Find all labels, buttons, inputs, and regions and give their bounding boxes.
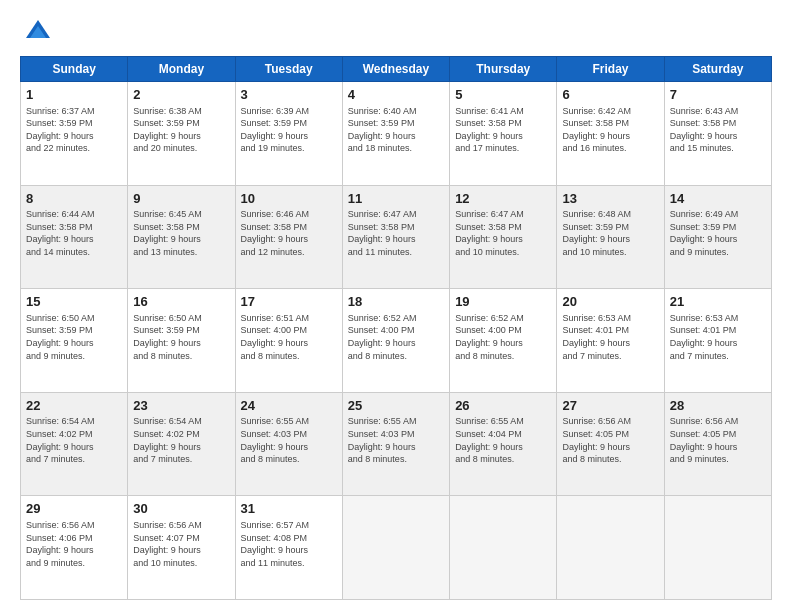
day-cell-25: 25Sunrise: 6:55 AM Sunset: 4:03 PM Dayli… [342, 392, 449, 496]
day-cell-30: 30Sunrise: 6:56 AM Sunset: 4:07 PM Dayli… [128, 496, 235, 600]
weekday-header-tuesday: Tuesday [235, 57, 342, 82]
day-number: 3 [241, 86, 337, 104]
day-cell-7: 7Sunrise: 6:43 AM Sunset: 3:58 PM Daylig… [664, 82, 771, 186]
weekday-header-wednesday: Wednesday [342, 57, 449, 82]
day-info: Sunrise: 6:47 AM Sunset: 3:58 PM Dayligh… [348, 208, 444, 258]
day-info: Sunrise: 6:56 AM Sunset: 4:06 PM Dayligh… [26, 519, 122, 569]
weekday-header-monday: Monday [128, 57, 235, 82]
day-info: Sunrise: 6:50 AM Sunset: 3:59 PM Dayligh… [26, 312, 122, 362]
day-info: Sunrise: 6:51 AM Sunset: 4:00 PM Dayligh… [241, 312, 337, 362]
day-info: Sunrise: 6:57 AM Sunset: 4:08 PM Dayligh… [241, 519, 337, 569]
day-number: 21 [670, 293, 766, 311]
day-number: 17 [241, 293, 337, 311]
day-cell-27: 27Sunrise: 6:56 AM Sunset: 4:05 PM Dayli… [557, 392, 664, 496]
day-info: Sunrise: 6:55 AM Sunset: 4:03 PM Dayligh… [348, 415, 444, 465]
day-info: Sunrise: 6:56 AM Sunset: 4:07 PM Dayligh… [133, 519, 229, 569]
day-number: 25 [348, 397, 444, 415]
day-number: 11 [348, 190, 444, 208]
empty-cell [450, 496, 557, 600]
day-cell-5: 5Sunrise: 6:41 AM Sunset: 3:58 PM Daylig… [450, 82, 557, 186]
day-info: Sunrise: 6:48 AM Sunset: 3:59 PM Dayligh… [562, 208, 658, 258]
day-info: Sunrise: 6:46 AM Sunset: 3:58 PM Dayligh… [241, 208, 337, 258]
day-number: 19 [455, 293, 551, 311]
day-number: 5 [455, 86, 551, 104]
day-info: Sunrise: 6:55 AM Sunset: 4:03 PM Dayligh… [241, 415, 337, 465]
day-info: Sunrise: 6:45 AM Sunset: 3:58 PM Dayligh… [133, 208, 229, 258]
day-cell-19: 19Sunrise: 6:52 AM Sunset: 4:00 PM Dayli… [450, 289, 557, 393]
day-cell-24: 24Sunrise: 6:55 AM Sunset: 4:03 PM Dayli… [235, 392, 342, 496]
weekday-header-saturday: Saturday [664, 57, 771, 82]
day-number: 23 [133, 397, 229, 415]
day-info: Sunrise: 6:50 AM Sunset: 3:59 PM Dayligh… [133, 312, 229, 362]
logo-icon [24, 18, 52, 46]
day-number: 15 [26, 293, 122, 311]
day-cell-6: 6Sunrise: 6:42 AM Sunset: 3:58 PM Daylig… [557, 82, 664, 186]
day-cell-14: 14Sunrise: 6:49 AM Sunset: 3:59 PM Dayli… [664, 185, 771, 289]
day-number: 10 [241, 190, 337, 208]
day-cell-3: 3Sunrise: 6:39 AM Sunset: 3:59 PM Daylig… [235, 82, 342, 186]
day-cell-29: 29Sunrise: 6:56 AM Sunset: 4:06 PM Dayli… [21, 496, 128, 600]
day-number: 7 [670, 86, 766, 104]
weekday-header-sunday: Sunday [21, 57, 128, 82]
day-cell-11: 11Sunrise: 6:47 AM Sunset: 3:58 PM Dayli… [342, 185, 449, 289]
day-info: Sunrise: 6:49 AM Sunset: 3:59 PM Dayligh… [670, 208, 766, 258]
day-info: Sunrise: 6:42 AM Sunset: 3:58 PM Dayligh… [562, 105, 658, 155]
day-number: 22 [26, 397, 122, 415]
day-cell-23: 23Sunrise: 6:54 AM Sunset: 4:02 PM Dayli… [128, 392, 235, 496]
empty-cell [342, 496, 449, 600]
day-number: 16 [133, 293, 229, 311]
day-info: Sunrise: 6:47 AM Sunset: 3:58 PM Dayligh… [455, 208, 551, 258]
day-cell-26: 26Sunrise: 6:55 AM Sunset: 4:04 PM Dayli… [450, 392, 557, 496]
empty-cell [664, 496, 771, 600]
day-cell-22: 22Sunrise: 6:54 AM Sunset: 4:02 PM Dayli… [21, 392, 128, 496]
day-info: Sunrise: 6:41 AM Sunset: 3:58 PM Dayligh… [455, 105, 551, 155]
day-info: Sunrise: 6:37 AM Sunset: 3:59 PM Dayligh… [26, 105, 122, 155]
day-number: 4 [348, 86, 444, 104]
day-number: 9 [133, 190, 229, 208]
day-cell-31: 31Sunrise: 6:57 AM Sunset: 4:08 PM Dayli… [235, 496, 342, 600]
day-number: 12 [455, 190, 551, 208]
empty-cell [557, 496, 664, 600]
day-cell-12: 12Sunrise: 6:47 AM Sunset: 3:58 PM Dayli… [450, 185, 557, 289]
day-number: 29 [26, 500, 122, 518]
day-number: 30 [133, 500, 229, 518]
day-cell-20: 20Sunrise: 6:53 AM Sunset: 4:01 PM Dayli… [557, 289, 664, 393]
day-number: 2 [133, 86, 229, 104]
day-info: Sunrise: 6:53 AM Sunset: 4:01 PM Dayligh… [670, 312, 766, 362]
day-info: Sunrise: 6:55 AM Sunset: 4:04 PM Dayligh… [455, 415, 551, 465]
day-cell-16: 16Sunrise: 6:50 AM Sunset: 3:59 PM Dayli… [128, 289, 235, 393]
day-cell-18: 18Sunrise: 6:52 AM Sunset: 4:00 PM Dayli… [342, 289, 449, 393]
day-cell-9: 9Sunrise: 6:45 AM Sunset: 3:58 PM Daylig… [128, 185, 235, 289]
day-cell-1: 1Sunrise: 6:37 AM Sunset: 3:59 PM Daylig… [21, 82, 128, 186]
day-cell-28: 28Sunrise: 6:56 AM Sunset: 4:05 PM Dayli… [664, 392, 771, 496]
day-cell-8: 8Sunrise: 6:44 AM Sunset: 3:58 PM Daylig… [21, 185, 128, 289]
logo [20, 18, 52, 46]
day-info: Sunrise: 6:38 AM Sunset: 3:59 PM Dayligh… [133, 105, 229, 155]
day-cell-10: 10Sunrise: 6:46 AM Sunset: 3:58 PM Dayli… [235, 185, 342, 289]
day-number: 31 [241, 500, 337, 518]
day-cell-13: 13Sunrise: 6:48 AM Sunset: 3:59 PM Dayli… [557, 185, 664, 289]
day-info: Sunrise: 6:53 AM Sunset: 4:01 PM Dayligh… [562, 312, 658, 362]
day-number: 8 [26, 190, 122, 208]
day-info: Sunrise: 6:54 AM Sunset: 4:02 PM Dayligh… [26, 415, 122, 465]
day-cell-15: 15Sunrise: 6:50 AM Sunset: 3:59 PM Dayli… [21, 289, 128, 393]
day-info: Sunrise: 6:56 AM Sunset: 4:05 PM Dayligh… [562, 415, 658, 465]
day-info: Sunrise: 6:40 AM Sunset: 3:59 PM Dayligh… [348, 105, 444, 155]
day-cell-21: 21Sunrise: 6:53 AM Sunset: 4:01 PM Dayli… [664, 289, 771, 393]
calendar: SundayMondayTuesdayWednesdayThursdayFrid… [20, 56, 772, 600]
day-info: Sunrise: 6:43 AM Sunset: 3:58 PM Dayligh… [670, 105, 766, 155]
day-info: Sunrise: 6:52 AM Sunset: 4:00 PM Dayligh… [348, 312, 444, 362]
day-cell-4: 4Sunrise: 6:40 AM Sunset: 3:59 PM Daylig… [342, 82, 449, 186]
day-cell-2: 2Sunrise: 6:38 AM Sunset: 3:59 PM Daylig… [128, 82, 235, 186]
header [20, 18, 772, 46]
day-number: 20 [562, 293, 658, 311]
day-number: 24 [241, 397, 337, 415]
weekday-header-friday: Friday [557, 57, 664, 82]
day-number: 18 [348, 293, 444, 311]
day-number: 6 [562, 86, 658, 104]
day-number: 27 [562, 397, 658, 415]
day-cell-17: 17Sunrise: 6:51 AM Sunset: 4:00 PM Dayli… [235, 289, 342, 393]
day-number: 13 [562, 190, 658, 208]
day-info: Sunrise: 6:44 AM Sunset: 3:58 PM Dayligh… [26, 208, 122, 258]
day-info: Sunrise: 6:54 AM Sunset: 4:02 PM Dayligh… [133, 415, 229, 465]
